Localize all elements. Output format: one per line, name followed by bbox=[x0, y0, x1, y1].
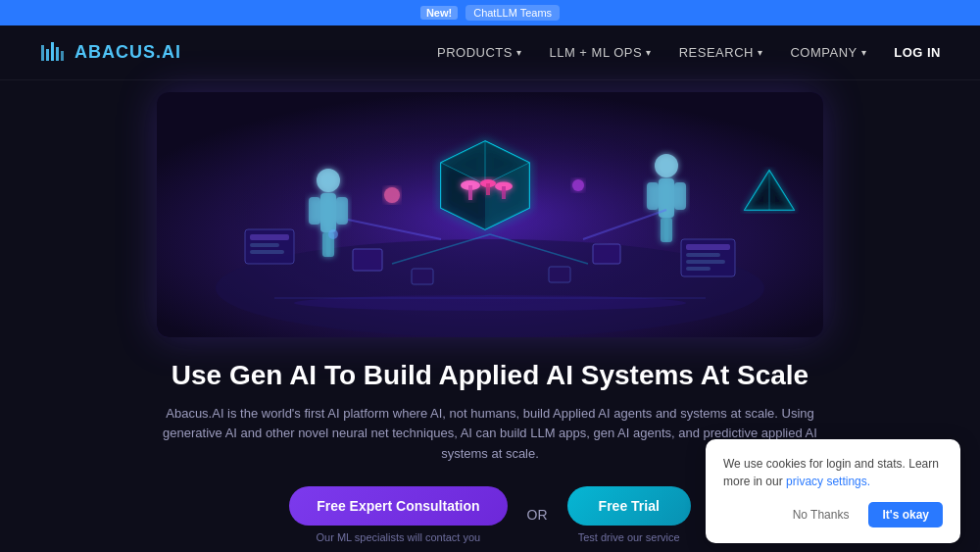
svg-rect-19 bbox=[664, 218, 672, 242]
svg-rect-9 bbox=[320, 193, 336, 232]
svg-rect-47 bbox=[593, 244, 620, 264]
consultation-button[interactable]: Free Expert Consultation bbox=[289, 486, 507, 526]
cookie-accept-button[interactable]: It's okay bbox=[868, 502, 943, 527]
products-arrow: ▾ bbox=[516, 47, 522, 58]
consultation-caption: Our ML specialists will contact you bbox=[317, 531, 481, 543]
svg-point-14 bbox=[655, 154, 678, 177]
svg-point-57 bbox=[328, 229, 338, 239]
nav-products[interactable]: PRODUCTS ▾ bbox=[437, 45, 521, 60]
svg-rect-17 bbox=[674, 182, 686, 210]
trial-caption: Test drive our service bbox=[578, 531, 680, 543]
navigation: ABACUS.AI PRODUCTS ▾ LLM + ML Ops ▾ RESE… bbox=[0, 25, 980, 80]
svg-rect-1 bbox=[46, 49, 49, 61]
logo[interactable]: ABACUS.AI bbox=[39, 39, 181, 67]
nav-company[interactable]: COMPANY ▾ bbox=[790, 45, 866, 60]
logo-icon bbox=[39, 39, 67, 67]
svg-rect-41 bbox=[502, 186, 506, 199]
cookie-buttons: No Thanks It's okay bbox=[723, 502, 943, 527]
svg-rect-29 bbox=[250, 243, 279, 247]
svg-rect-39 bbox=[486, 183, 490, 195]
svg-rect-2 bbox=[51, 42, 54, 61]
svg-rect-33 bbox=[686, 253, 720, 257]
privacy-link[interactable]: privacy settings. bbox=[786, 475, 870, 488]
cookie-decline-button[interactable]: No Thanks bbox=[783, 502, 859, 527]
cta-section: Free Expert Consultation Our ML speciali… bbox=[289, 486, 691, 543]
svg-rect-32 bbox=[686, 244, 730, 250]
svg-rect-49 bbox=[549, 267, 570, 282]
svg-rect-34 bbox=[686, 260, 725, 264]
cookie-text: We use cookies for login and stats. Lear… bbox=[723, 455, 943, 490]
logo-text: ABACUS.AI bbox=[74, 42, 181, 63]
chatllm-link[interactable]: ChatLLM Teams bbox=[466, 5, 560, 21]
svg-rect-30 bbox=[250, 250, 284, 254]
cookie-banner: We use cookies for login and stats. Lear… bbox=[706, 439, 960, 543]
svg-rect-11 bbox=[336, 197, 348, 225]
trial-button[interactable]: Free Trial bbox=[567, 486, 691, 526]
svg-rect-0 bbox=[41, 45, 44, 61]
research-arrow: ▾ bbox=[758, 47, 763, 58]
svg-rect-28 bbox=[250, 234, 289, 240]
announcement-bar: New! ChatLLM Teams bbox=[0, 0, 980, 25]
llm-arrow: ▾ bbox=[646, 47, 652, 58]
or-divider: OR bbox=[527, 507, 548, 523]
svg-rect-10 bbox=[309, 197, 320, 225]
company-arrow: ▾ bbox=[861, 47, 867, 58]
svg-rect-35 bbox=[686, 267, 710, 271]
svg-point-56 bbox=[572, 179, 584, 191]
svg-rect-48 bbox=[412, 269, 433, 284]
svg-rect-16 bbox=[647, 182, 659, 210]
nav-links: PRODUCTS ▾ LLM + ML Ops ▾ RESEARCH ▾ COM… bbox=[437, 45, 941, 60]
nav-login[interactable]: LOG IN bbox=[894, 45, 941, 60]
nav-research[interactable]: RESEARCH ▾ bbox=[679, 45, 763, 60]
svg-point-51 bbox=[294, 295, 686, 311]
hero-illustration bbox=[157, 92, 823, 337]
svg-rect-3 bbox=[56, 47, 59, 61]
new-badge: New! bbox=[420, 6, 458, 20]
consultation-group: Free Expert Consultation Our ML speciali… bbox=[289, 486, 507, 543]
svg-rect-46 bbox=[353, 249, 382, 271]
svg-rect-37 bbox=[468, 185, 472, 200]
trial-group: Free Trial Test drive our service bbox=[567, 486, 691, 543]
hero-headline: Use Gen AI To Build Applied AI Systems A… bbox=[157, 359, 823, 392]
nav-llm-mlops[interactable]: LLM + ML Ops ▾ bbox=[549, 45, 651, 60]
main-content: Use Gen AI To Build Applied AI Systems A… bbox=[0, 80, 980, 552]
svg-point-8 bbox=[317, 169, 340, 192]
svg-rect-4 bbox=[61, 51, 64, 61]
svg-point-55 bbox=[384, 187, 400, 203]
